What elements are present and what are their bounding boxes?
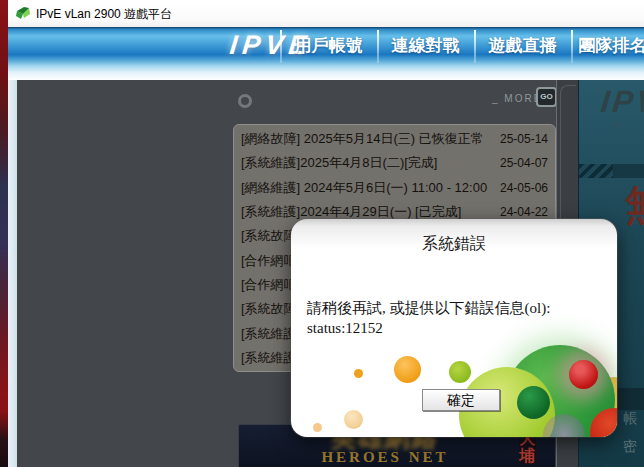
bubble-orange-medium — [394, 356, 421, 383]
navbar: IPVE 用戶帳號 連線對戰 遊戲直播 團隊排名 — [8, 27, 644, 80]
error-dialog: 系統錯誤 請稍後再試, 或提供以下錯誤信息(ol): status:12152 … — [291, 219, 617, 437]
bubble-peach-dot — [313, 423, 322, 432]
dialog-title: 系統錯誤 — [291, 234, 617, 255]
panel-big-char: 無 — [625, 178, 644, 233]
app-window: IPvE vLan 2900 遊戲平台 IPVE 用戶帳號 連線對戰 遊戲直播 … — [0, 0, 644, 467]
news-row[interactable]: [網絡故障] 2025年5月14日(三) 已恢復正常 25-05-14 — [234, 127, 555, 151]
news-text: [網絡維護] 2024年5月6日(一) 11:00 - 12:00 [已完 — [241, 179, 490, 197]
go-button[interactable]: GO — [536, 87, 557, 107]
dialog-message-line1: 請稍後再試, 或提供以下錯誤信息(ol): — [307, 298, 550, 318]
title-bar: IPvE vLan 2900 遊戲平台 — [8, 0, 644, 27]
stripe-divider — [579, 164, 644, 178]
account-label: 帳 — [623, 410, 637, 428]
faded-brand-logo: IPVE — [599, 84, 644, 120]
news-row[interactable]: [系統維護]2025年4月8日(二)[完成] 25-04-07 — [234, 151, 555, 175]
more-label[interactable]: _ MORE — [492, 93, 542, 104]
bubble-red-glow — [569, 360, 598, 389]
desktop-background — [0, 0, 8, 467]
bubble-lime-small — [449, 361, 471, 383]
bubble-darkgreen — [517, 386, 550, 419]
news-date: 24-05-06 — [490, 181, 548, 195]
bubble-beige — [344, 410, 363, 429]
nav-item-account[interactable]: 用戶帳號 — [282, 29, 375, 63]
news-date: 24-04-22 — [490, 205, 548, 219]
news-row[interactable]: [網絡維護] 2024年5月6日(一) 11:00 - 12:00 [已完 24… — [234, 176, 555, 200]
news-text: [系統維護]2025年4月8日(二)[完成] — [241, 154, 490, 172]
news-date: 25-05-14 — [490, 132, 548, 146]
banner-logo-text: HEROES NET — [239, 449, 531, 466]
nav-item-battle[interactable]: 連線對戰 — [379, 29, 472, 63]
ok-button[interactable]: 確定 — [422, 389, 500, 411]
dialog-message-line2: status:12152 — [307, 318, 550, 338]
logo-watermark: w — [615, 120, 621, 129]
news-bullet-icon — [238, 94, 252, 108]
nav-item-stream[interactable]: 遊戲直播 — [476, 29, 569, 63]
news-text: [網絡故障] 2025年5月14日(三) 已恢復正常 — [241, 130, 490, 148]
password-label: 密 — [623, 438, 637, 456]
app-icon — [16, 7, 30, 20]
window-title: IPvE vLan 2900 遊戲平台 — [36, 6, 172, 23]
news-date: 25-04-07 — [490, 156, 548, 170]
dialog-message: 請稍後再試, 或提供以下錯誤信息(ol): status:12152 — [307, 298, 550, 338]
window-left-border — [8, 80, 17, 467]
bubble-orange-dot — [354, 369, 363, 378]
nav-item-ranking[interactable]: 團隊排名 — [573, 29, 644, 63]
